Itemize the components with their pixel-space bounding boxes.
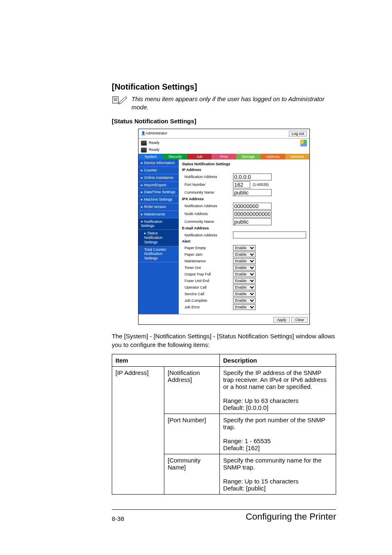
note-block: This menu item appears only if the user … [112, 95, 336, 112]
sidebar-item-maintenance[interactable]: ▸ Maintenance [138, 211, 179, 218]
email-notif-input[interactable] [233, 231, 306, 238]
settings-pane: Status Notification Settings IP Address … [179, 160, 309, 314]
tab-network[interactable]: Network [285, 154, 309, 160]
tab-system[interactable]: System [138, 154, 163, 160]
alert-label: Job Complete [182, 298, 233, 303]
ipx-community-label: Community Name [182, 220, 233, 224]
cell-desc: Specify the IP address of the SNMP trap … [220, 366, 336, 414]
alert-sel-7[interactable]: Enable [233, 291, 256, 297]
community-label: Community Name [182, 190, 233, 195]
ip-address-heading: IP Address [182, 168, 306, 172]
ipx-notif-input[interactable] [233, 203, 272, 210]
refresh-icon[interactable] [300, 140, 307, 146]
email-heading: E-mail Address [182, 226, 306, 231]
th-description: Description [220, 354, 336, 366]
ready-label-1: Ready [149, 141, 159, 145]
alert-label: Operator Call [182, 285, 233, 290]
port-range: (1-65535) [253, 183, 269, 187]
footer-title: Configuring the Printer [246, 511, 336, 522]
node-label: Node Address [182, 212, 233, 216]
page-number: 8-38 [112, 515, 124, 522]
clear-button[interactable]: Clear [291, 317, 308, 323]
alert-label: Paper Empty [182, 246, 233, 250]
alert-sel-1[interactable]: Enable [233, 252, 256, 257]
ipx-notif-label: Notification Address [182, 204, 233, 208]
page-heading: [Notification Settings] [112, 82, 336, 92]
user-icon: 👤 [141, 131, 145, 136]
sidebar-item-date[interactable]: ▸ Date/Time Settings [138, 189, 179, 196]
tab-print[interactable]: Print [212, 154, 236, 160]
printer-icon [141, 141, 147, 146]
port-label: Port Number [182, 183, 233, 187]
cell-port: [Port Number] [164, 414, 220, 454]
alert-label: Output Tray Full [182, 272, 233, 277]
node-input[interactable] [233, 210, 272, 217]
note-text: This menu item appears only if the user … [124, 95, 336, 112]
alert-sel-9[interactable]: Enable [233, 304, 256, 310]
ready-label-2: Ready [149, 148, 159, 152]
alert-heading: Alert [182, 239, 306, 244]
alert-label: Service Call [182, 292, 233, 296]
tab-security[interactable]: Security [163, 154, 187, 160]
alert-sel-3[interactable]: Enable [233, 265, 256, 271]
community-input[interactable] [233, 189, 272, 196]
alert-label: Maintenance [182, 259, 233, 264]
sidebar-item-import[interactable]: ▸ Import/Export [138, 182, 179, 189]
note-pencil-icon [112, 95, 124, 106]
alert-label: Toner Out [182, 266, 233, 270]
sidebar-item-status-notif[interactable]: ▸ Status Notification Settings [138, 230, 179, 246]
cell-community: [Community Name] [164, 454, 220, 494]
email-notif-label: Notification Address [182, 233, 233, 238]
admin-label: Administrator [145, 131, 289, 136]
cell-notif-addr: [Notification Address] [164, 366, 220, 414]
screenshot-panel: 👤 Administrator Log out Ready Ready Syst… [138, 129, 310, 325]
alert-sel-6[interactable]: Enable [233, 284, 256, 290]
port-input[interactable] [233, 181, 250, 188]
cell-desc: Specify the community name for the SNMP … [220, 454, 336, 494]
alert-sel-0[interactable]: Enable [233, 245, 256, 251]
cell-ip: [IP Address] [112, 366, 164, 494]
subheading: [Status Notification Settings] [112, 118, 336, 125]
sidebar-item-counter[interactable]: ▸ Counter [138, 167, 179, 174]
sidebar: ▸ Device Information ▸ Counter ▸ Online … [138, 160, 179, 314]
sidebar-item-machine[interactable]: ▸ Machine Settings [138, 196, 179, 204]
printer-icon [141, 148, 147, 153]
ipx-community-input[interactable] [233, 218, 272, 225]
alert-label: Paper Jam [182, 252, 233, 257]
tab-bar: System Security Job Print Storage Addres… [138, 154, 309, 160]
notif-addr-label: Notification Address [182, 175, 233, 179]
alert-label: Job Error [182, 305, 233, 310]
sidebar-item-rom[interactable]: ▸ ROM Version [138, 204, 179, 211]
alert-label: Fuser Unit End [182, 279, 233, 283]
sidebar-item-online[interactable]: ▸ Online Assistance [138, 174, 179, 182]
th-item: Item [112, 354, 220, 366]
logout-button[interactable]: Log out [289, 131, 307, 136]
pane-title: Status Notification Settings [182, 162, 306, 166]
page-footer: 8-38 Configuring the Printer [112, 509, 336, 522]
sidebar-item-notification[interactable]: ▾ Notification Settings [138, 218, 179, 230]
ipx-heading: IPX Address [182, 197, 306, 201]
alert-sel-2[interactable]: Enable [233, 258, 256, 264]
svg-rect-0 [113, 97, 118, 103]
alert-sel-8[interactable]: Enable [233, 298, 256, 303]
cell-desc: Specify the port number of the SNMP trap… [220, 414, 336, 454]
alert-sel-5[interactable]: Enable [233, 278, 256, 284]
description-paragraph: The [System] - [Notification Settings] -… [112, 332, 336, 349]
tab-job[interactable]: Job [187, 154, 212, 160]
tab-address[interactable]: Address [261, 154, 285, 160]
settings-table: Item Description [IP Address] [Notificat… [112, 354, 336, 495]
apply-button[interactable]: Apply [273, 317, 290, 323]
tab-storage[interactable]: Storage [236, 154, 261, 160]
alert-sel-4[interactable]: Enable [233, 271, 256, 277]
notif-addr-input[interactable] [233, 173, 272, 180]
sidebar-item-device[interactable]: ▸ Device Information [138, 160, 179, 167]
sidebar-item-total-counter[interactable]: Total Counter Notification Settings [138, 246, 179, 262]
